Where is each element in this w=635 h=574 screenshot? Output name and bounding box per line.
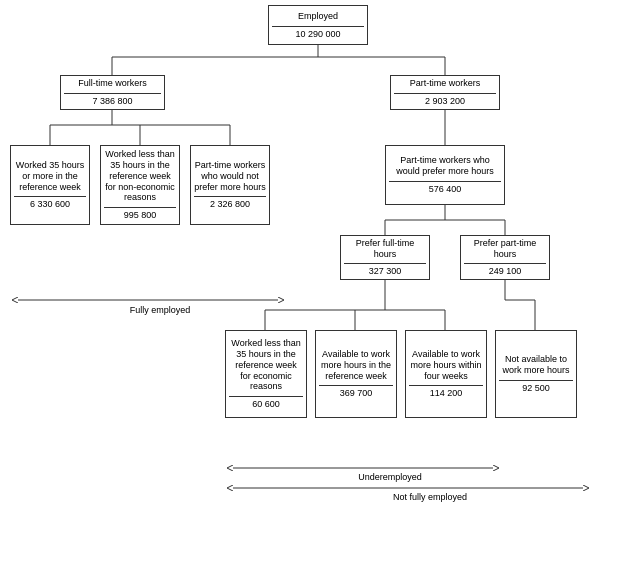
box-worked-35plus-label: Worked 35 hours or more in the reference…: [14, 160, 86, 192]
box-employed: Employed 10 290 000: [268, 5, 368, 45]
box-prefer-fulltime-label: Prefer full-time hours: [344, 238, 426, 260]
box-employed-label: Employed: [298, 11, 338, 22]
box-prefer-parttime-value: 249 100: [464, 263, 546, 277]
box-employed-value: 10 290 000: [272, 26, 364, 40]
box-worked-35plus-value: 6 330 600: [14, 196, 86, 210]
box-not-available-value: 92 500: [499, 380, 573, 394]
box-available-four-weeks-label: Available to work more hours within four…: [409, 349, 483, 381]
box-prefer-fulltime-value: 327 300: [344, 263, 426, 277]
box-parttime-no-more: Part-time workers who would not prefer m…: [190, 145, 270, 225]
box-parttime-prefer-more-label: Part-time workers who would prefer more …: [389, 155, 501, 177]
box-available-ref-week: Available to work more hours in the refe…: [315, 330, 397, 418]
box-worked-less-non-econ-value: 995 800: [104, 207, 176, 221]
box-worked-35plus: Worked 35 hours or more in the reference…: [10, 145, 90, 225]
box-prefer-parttime-label: Prefer part-time hours: [464, 238, 546, 260]
box-available-ref-week-label: Available to work more hours in the refe…: [319, 349, 393, 381]
label-not-fully-employed: Not fully employed: [300, 492, 560, 502]
box-parttime-no-more-value: 2 326 800: [194, 196, 266, 210]
box-fulltime-workers-value: 7 386 800: [64, 93, 161, 107]
box-parttime-workers-label: Part-time workers: [410, 78, 481, 89]
box-available-four-weeks: Available to work more hours within four…: [405, 330, 487, 418]
box-not-available-label: Not available to work more hours: [499, 354, 573, 376]
box-available-four-weeks-value: 114 200: [409, 385, 483, 399]
box-worked-less-non-econ-label: Worked less than 35 hours in the referen…: [104, 149, 176, 203]
box-worked-less-econ-label: Worked less than 35 hours in the referen…: [229, 338, 303, 392]
box-worked-less-econ-value: 60 600: [229, 396, 303, 410]
label-fully-employed: Fully employed: [30, 305, 290, 315]
box-worked-less-non-econ: Worked less than 35 hours in the referen…: [100, 145, 180, 225]
box-worked-less-econ: Worked less than 35 hours in the referen…: [225, 330, 307, 418]
box-fulltime-workers-label: Full-time workers: [78, 78, 147, 89]
diagram: Employed 10 290 000 Full-time workers 7 …: [0, 0, 635, 574]
box-parttime-prefer-more: Part-time workers who would prefer more …: [385, 145, 505, 205]
box-not-available: Not available to work more hours 92 500: [495, 330, 577, 418]
box-available-ref-week-value: 369 700: [319, 385, 393, 399]
box-parttime-workers: Part-time workers 2 903 200: [390, 75, 500, 110]
box-prefer-fulltime: Prefer full-time hours 327 300: [340, 235, 430, 280]
box-parttime-prefer-more-value: 576 400: [389, 181, 501, 195]
box-parttime-workers-value: 2 903 200: [394, 93, 496, 107]
box-fulltime-workers: Full-time workers 7 386 800: [60, 75, 165, 110]
box-parttime-no-more-label: Part-time workers who would not prefer m…: [194, 160, 266, 192]
label-underemployed: Underemployed: [290, 472, 490, 482]
box-prefer-parttime: Prefer part-time hours 249 100: [460, 235, 550, 280]
